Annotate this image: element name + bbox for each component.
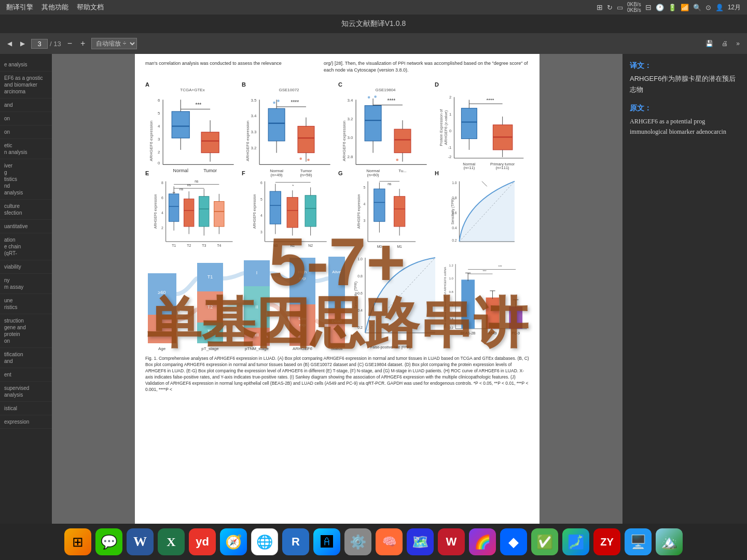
dock-chrome[interactable]: 🌐 (251, 528, 278, 555)
chart-h-full-svg: 1.0 0.8 0.6 0.4 0.2 Sensitivity (TPR) Fa… (350, 253, 438, 354)
chart-e-svg: 8 6 4 2 ARHGEF6 expression (145, 176, 240, 257)
svg-text:-1: -1 (448, 145, 451, 150)
svg-line-176 (482, 181, 487, 187)
svg-text:3.3: 3.3 (251, 130, 257, 134)
sidebar-item[interactable]: nym assay (0, 274, 52, 294)
sidebar-item[interactable]: ivergtisticsndanalysis (0, 159, 52, 200)
speed-icon: 0KB/s0KB/s (627, 2, 641, 13)
dock-youdao[interactable]: yd (189, 528, 216, 555)
dock-teambition[interactable]: ◆ (500, 528, 527, 555)
dock-prefs[interactable]: ⚙️ (344, 528, 371, 555)
chart-c: C GSE19804 3.4 3.2 3.0 2.8 ARHGEF6 expre… (338, 81, 433, 167)
sidebar-item[interactable]: structiongene andproteinon (0, 314, 52, 348)
sidebar-item[interactable]: eticn analysis (0, 139, 52, 159)
dock-excel[interactable]: X (158, 528, 185, 555)
svg-text:False-positive rate (FPR): False-positive rate (FPR) (370, 345, 411, 349)
menu-translate[interactable]: 翻译引擎 (6, 3, 33, 12)
next-page-button[interactable]: ▶ (18, 39, 27, 48)
prev-page-button[interactable]: ◀ (5, 39, 14, 48)
svg-rect-232 (509, 306, 522, 329)
svg-point-38 (299, 158, 302, 160)
chart-h-full: 1.0 0.8 0.6 0.4 0.2 Sensitivity (TPR) Fa… (350, 253, 438, 354)
svg-text:3: 3 (363, 219, 365, 222)
zoom-select[interactable]: 自动缩放 ÷ 50% 75% 100% 150% (91, 38, 137, 49)
sidebar-item[interactable]: on (0, 112, 52, 125)
svg-text:0.2: 0.2 (449, 326, 453, 329)
sidebar-item-and[interactable]: and (0, 99, 52, 112)
app-title: 知云文献翻译V1.0.8 (341, 19, 406, 29)
toolbar: ◀ ▶ / 13 − + 自动缩放 ÷ 50% 75% 100% 150% 💾 … (0, 33, 747, 54)
zoom-out-button[interactable]: − (65, 38, 74, 49)
dock-zhiyun[interactable]: ZY (593, 528, 620, 555)
sidebar-item[interactable]: supervisedanalysis (0, 382, 52, 402)
svg-text:0.6: 0.6 (449, 304, 453, 307)
svg-point-63 (396, 159, 398, 161)
pdf-top-text-right: org/) [28]. Then, the visualization of P… (324, 60, 529, 73)
menu-other[interactable]: 其他功能 (42, 3, 68, 12)
svg-text:The relative expression of ARH: The relative expression of ARHGEF6 mRNA (444, 267, 447, 328)
svg-text:2.8: 2.8 (347, 155, 353, 159)
sidebar-item[interactable]: atione chain(qRT- (0, 233, 52, 260)
sidebar-item[interactable]: istical (0, 402, 52, 415)
svg-text:0: 0 (449, 129, 451, 133)
menu-help[interactable]: 帮助文档 (77, 3, 104, 12)
sidebar-item[interactable]: tificationand (0, 348, 52, 368)
svg-text:4: 4 (158, 124, 160, 129)
sidebar-item[interactable]: expression (0, 415, 52, 429)
svg-text:≥60: ≥60 (158, 290, 166, 295)
dock-maps[interactable]: 🗾 (562, 528, 589, 555)
svg-text:N1: N1 (290, 244, 295, 247)
svg-text:0.2: 0.2 (357, 326, 363, 329)
menu-bar: 翻译引擎 其他功能 帮助文档 ⊞ ↻ ▭ 0KB/s0KB/s ⊟ 🕐 🔋 📶 … (0, 0, 747, 15)
svg-text:*: * (292, 185, 294, 188)
sidebar-item[interactable]: uneristics (0, 294, 52, 314)
search-icon[interactable]: 🔍 (693, 4, 701, 11)
dock-arc[interactable]: 🌈 (469, 528, 496, 555)
original-section: 原文： ARHGEF6 as a potential prog immunolo… (630, 104, 740, 137)
save-button[interactable]: 💾 (703, 39, 715, 48)
sidebar-item[interactable]: viability (0, 260, 52, 274)
svg-rect-229 (486, 298, 500, 329)
sidebar-item[interactable]: e analysis (0, 58, 52, 72)
dock-appstore[interactable]: 🅰 (313, 528, 340, 555)
more-button[interactable]: » (734, 39, 742, 48)
page-number-input[interactable] (31, 39, 48, 49)
dock-mindmap[interactable]: 🧠 (376, 528, 403, 555)
svg-text:3: 3 (158, 137, 160, 142)
dock-baidu-maps[interactable]: 🗺️ (407, 528, 434, 555)
svg-text:3.0: 3.0 (347, 136, 353, 141)
dock-rstudio[interactable]: R (282, 528, 309, 555)
svg-rect-59 (394, 129, 411, 153)
svg-text:III: III (255, 332, 259, 338)
svg-text:M1: M1 (397, 245, 402, 248)
dock-ticktick[interactable]: ✅ (531, 528, 558, 555)
chart-d: D 2 1 0 -1 -2 Protein Expression of ARHG… (435, 81, 529, 167)
svg-text:T2: T2 (208, 304, 213, 310)
dock-photos[interactable]: 🏔️ (656, 528, 683, 555)
svg-text:High: High (298, 270, 307, 274)
svg-text:Dead: Dead (331, 319, 341, 324)
dock-safari[interactable]: 🧭 (220, 528, 247, 555)
sidebar-item[interactable]: on (0, 125, 52, 139)
sidebar-item[interactable]: culturesfection (0, 200, 52, 220)
sidebar-item[interactable]: uantitative (0, 220, 52, 233)
chart-a-label: A (145, 81, 240, 88)
dock-finder[interactable]: 🖥️ (625, 528, 652, 555)
sidebar-item[interactable]: EF6 as a gnostic and biomarker arcinoma (0, 72, 52, 99)
dock-wps[interactable]: W (438, 528, 465, 555)
svg-rect-159 (394, 197, 405, 227)
svg-text:5: 5 (260, 198, 262, 201)
dock-word[interactable]: W (127, 528, 154, 555)
dock-wechat[interactable]: 💬 (95, 528, 122, 555)
control-icon: ⊙ (706, 4, 711, 11)
print-button[interactable]: 🖨 (720, 39, 730, 48)
dock-launchpad[interactable]: ⊞ (64, 528, 91, 555)
zoom-in-button[interactable]: + (78, 38, 87, 49)
svg-text:0.4: 0.4 (357, 309, 363, 312)
sidebar-item[interactable]: ent (0, 368, 52, 382)
chart-b: B GSE10072 3.5 3.4 3.3 3.2 ARHGEF6 expre… (242, 81, 336, 167)
svg-rect-34 (298, 127, 314, 153)
svg-text:T2: T2 (187, 244, 191, 247)
svg-text:ARHGEF6 expression: ARHGEF6 expression (342, 121, 347, 161)
svg-text:****: **** (487, 97, 494, 103)
